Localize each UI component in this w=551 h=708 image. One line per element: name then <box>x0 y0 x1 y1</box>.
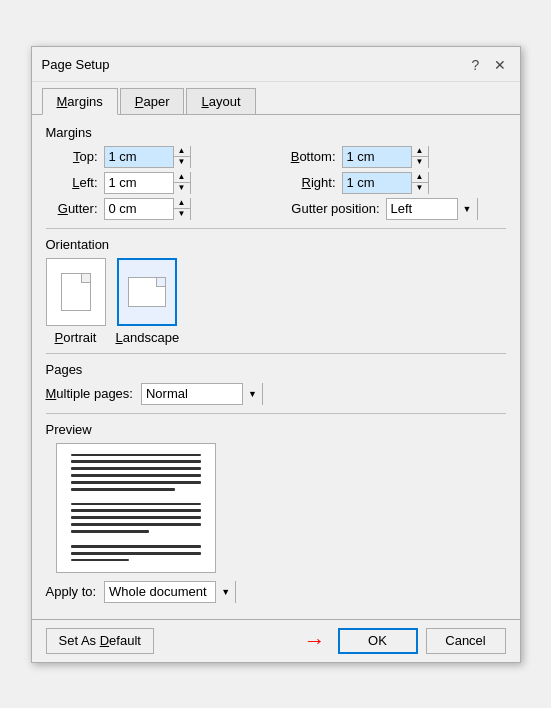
footer: Set As Default → OK Cancel <box>32 619 520 662</box>
bottom-up-button[interactable]: ▲ <box>412 146 428 157</box>
bottom-spinner[interactable]: ▲ ▼ <box>342 146 429 168</box>
top-down-button[interactable]: ▼ <box>174 157 190 168</box>
preview-gap-2 <box>71 537 201 541</box>
help-button[interactable]: ? <box>466 55 486 75</box>
cancel-label: Cancel <box>445 633 485 648</box>
gutter-pos-field-row: Gutter position: Left Top ▼ <box>284 198 506 220</box>
right-field-row: Right: ▲ ▼ <box>284 172 506 194</box>
left-down-button[interactable]: ▼ <box>174 183 190 194</box>
right-input[interactable] <box>343 173 411 193</box>
gutter-pos-dropdown-arrow: ▼ <box>457 198 477 220</box>
tab-margins-label: Margins <box>57 94 103 109</box>
preview-line-7 <box>71 503 201 506</box>
set-default-label: Set As Default <box>59 633 141 648</box>
tab-paper[interactable]: Paper <box>120 88 185 114</box>
set-default-button[interactable]: Set As Default <box>46 628 154 654</box>
left-spinner[interactable]: ▲ ▼ <box>104 172 191 194</box>
bottom-down-button[interactable]: ▼ <box>412 157 428 168</box>
margins-fields: Top: ▲ ▼ Bottom: ▲ ▼ <box>46 146 506 220</box>
bottom-input[interactable] <box>343 147 411 167</box>
portrait-option[interactable]: Portrait <box>46 258 106 345</box>
preview-box <box>56 443 216 573</box>
landscape-icon <box>128 277 166 307</box>
landscape-option[interactable]: Landscape <box>116 258 180 345</box>
top-up-button[interactable]: ▲ <box>174 146 190 157</box>
bottom-spinner-buttons: ▲ ▼ <box>411 146 428 168</box>
gutter-label: Gutter: <box>46 201 98 216</box>
tab-paper-label: Paper <box>135 94 170 109</box>
landscape-box <box>117 258 177 326</box>
apply-to-select[interactable]: Whole document This section <box>105 582 215 602</box>
divider-3 <box>46 413 506 414</box>
multiple-pages-dropdown-arrow: ▼ <box>242 383 262 405</box>
divider-1 <box>46 228 506 229</box>
gutter-spinner[interactable]: ▲ ▼ <box>104 198 191 220</box>
divider-2 <box>46 353 506 354</box>
multiple-pages-label: Multiple pages: <box>46 386 133 401</box>
portrait-label: Portrait <box>55 330 97 345</box>
dialog-title: Page Setup <box>42 57 110 72</box>
portrait-box <box>46 258 106 326</box>
apply-row: Apply to: Whole document This section ▼ <box>46 581 506 603</box>
pages-label: Pages <box>46 362 506 377</box>
right-down-button[interactable]: ▼ <box>412 183 428 194</box>
preview-line-5 <box>71 481 201 484</box>
cancel-button[interactable]: Cancel <box>426 628 506 654</box>
ok-label: OK <box>368 633 387 648</box>
preview-line-4 <box>71 474 201 477</box>
preview-section: Preview <box>46 422 506 573</box>
preview-line-10 <box>71 523 201 526</box>
multiple-pages-select[interactable]: Normal Mirror margins 2 pages per sheet … <box>142 384 242 404</box>
right-label: Right: <box>284 175 336 190</box>
apply-to-label: Apply to: <box>46 584 97 599</box>
right-spinner-buttons: ▲ ▼ <box>411 172 428 194</box>
preview-line-3 <box>71 467 201 470</box>
page-setup-dialog: Page Setup ? ✕ Margins Paper Layout Marg… <box>31 46 521 663</box>
left-field-row: Left: ▲ ▼ <box>46 172 268 194</box>
tab-layout[interactable]: Layout <box>186 88 255 114</box>
right-spinner[interactable]: ▲ ▼ <box>342 172 429 194</box>
gutter-input[interactable] <box>105 199 173 219</box>
bottom-label: Bottom: <box>284 149 336 164</box>
top-input[interactable] <box>105 147 173 167</box>
pages-row: Multiple pages: Normal Mirror margins 2 … <box>46 383 506 405</box>
left-label: Left: <box>46 175 98 190</box>
gutter-spinner-buttons: ▲ ▼ <box>173 198 190 220</box>
top-spinner-buttons: ▲ ▼ <box>173 146 190 168</box>
preview-line-11 <box>71 530 149 533</box>
gutter-pos-select[interactable]: Left Top <box>387 199 457 219</box>
gutter-down-button[interactable]: ▼ <box>174 209 190 220</box>
multiple-pages-select-wrapper[interactable]: Normal Mirror margins 2 pages per sheet … <box>141 383 263 405</box>
top-spinner[interactable]: ▲ ▼ <box>104 146 191 168</box>
gutter-up-button[interactable]: ▲ <box>174 198 190 209</box>
preview-line-2 <box>71 460 201 463</box>
left-input[interactable] <box>105 173 173 193</box>
top-label: Top: <box>46 149 98 164</box>
preview-line-14 <box>71 559 130 562</box>
left-up-button[interactable]: ▲ <box>174 172 190 183</box>
bottom-field-row: Bottom: ▲ ▼ <box>284 146 506 168</box>
apply-to-dropdown-arrow: ▼ <box>215 581 235 603</box>
titlebar-actions: ? ✕ <box>466 55 510 75</box>
gutter-field-row: Gutter: ▲ ▼ <box>46 198 268 220</box>
preview-label: Preview <box>46 422 506 437</box>
orientation-label: Orientation <box>46 237 506 252</box>
orientation-section: Orientation Portrait Landscape <box>46 237 506 345</box>
orientation-options: Portrait Landscape <box>46 258 506 345</box>
preview-line-13 <box>71 552 201 555</box>
tab-margins[interactable]: Margins <box>42 88 118 115</box>
close-button[interactable]: ✕ <box>490 55 510 75</box>
portrait-icon <box>61 273 91 311</box>
ok-button[interactable]: OK <box>338 628 418 654</box>
titlebar: Page Setup ? ✕ <box>32 47 520 82</box>
apply-to-select-wrapper[interactable]: Whole document This section ▼ <box>104 581 236 603</box>
arrow-right-icon: → <box>304 628 326 654</box>
right-up-button[interactable]: ▲ <box>412 172 428 183</box>
landscape-label: Landscape <box>116 330 180 345</box>
preview-line-8 <box>71 509 201 512</box>
footer-left: Set As Default <box>46 628 154 654</box>
top-field-row: Top: ▲ ▼ <box>46 146 268 168</box>
tab-layout-label: Layout <box>201 94 240 109</box>
gutter-pos-select-wrapper[interactable]: Left Top ▼ <box>386 198 478 220</box>
pages-section: Pages Multiple pages: Normal Mirror marg… <box>46 362 506 405</box>
